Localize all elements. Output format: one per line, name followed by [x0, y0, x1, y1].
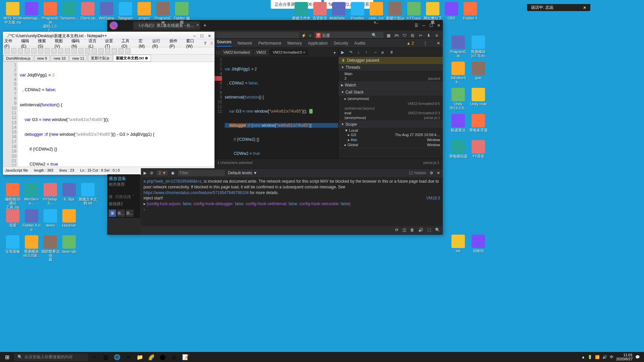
- tool-icon[interactable]: [4, 48, 10, 54]
- tool-icon[interactable]: [78, 48, 84, 54]
- menu-language[interactable]: 语言(L): [89, 38, 101, 49]
- tab-memory[interactable]: Memory: [287, 41, 302, 46]
- close-icon[interactable]: ✕: [206, 33, 212, 39]
- desktop-icon[interactable]: 简易模块v8.0.0训...: [22, 235, 41, 257]
- taskbar-app[interactable]: ∞: [123, 353, 133, 361]
- taskbar-app[interactable]: 📝: [180, 353, 191, 361]
- tool-icon[interactable]: [105, 48, 110, 54]
- task-view-icon[interactable]: ○: [89, 353, 99, 361]
- notification-icon[interactable]: 💬: [635, 355, 640, 359]
- tab-sources[interactable]: Sources: [217, 40, 231, 47]
- desktop-icon[interactable]: MITE R196中文版.zip: [3, 2, 22, 24]
- menu-run[interactable]: 运行(R): [152, 38, 165, 49]
- menu-file[interactable]: 文件(F): [4, 38, 17, 49]
- desktop-icon[interactable]: Proxifier: [348, 2, 367, 20]
- desktop-icon[interactable]: JsEditorSk...: [449, 62, 468, 84]
- tool-icon[interactable]: [98, 48, 104, 54]
- desktop-icon[interactable]: HTTrack: [405, 2, 423, 20]
- menu-view[interactable]: 视图(V): [55, 38, 67, 49]
- video-tab[interactable]: 相关推荐: [109, 182, 139, 187]
- tool-icon[interactable]: 🔊: [418, 228, 423, 232]
- tool-icon[interactable]: [92, 48, 97, 54]
- menu-window[interactable]: 窗口(W): [186, 38, 200, 49]
- star-icon[interactable]: ☆: [308, 33, 312, 38]
- desktop-icon[interactable]: Unity2019.2.8...: [449, 88, 468, 110]
- tool-icon[interactable]: [18, 48, 23, 54]
- episode-button[interactable]: 第: [109, 209, 116, 217]
- desktop-icon[interactable]: 宝塔面板: [3, 235, 22, 253]
- desktop-icon[interactable]: demo: [41, 209, 60, 227]
- step-over-icon[interactable]: ↷: [349, 50, 354, 55]
- desktop-icon[interactable]: webmagi...: [22, 2, 41, 20]
- desktop-icon[interactable]: WeGame: [97, 2, 116, 20]
- menu-settings[interactable]: 设置(T): [105, 38, 118, 49]
- menu-encoding[interactable]: 编码(N): [71, 38, 85, 49]
- tool-icon[interactable]: ⟳: [395, 228, 398, 232]
- desktop-icon[interactable]: YY语音: [469, 140, 488, 158]
- tool-icon[interactable]: [45, 48, 50, 54]
- console-toggle-icon[interactable]: ▶: [144, 171, 147, 175]
- scope-header[interactable]: ▼Scope: [338, 121, 443, 128]
- close-x[interactable]: X: [210, 41, 213, 46]
- desktop-icon[interactable]: 轨迹算法: [449, 114, 468, 132]
- desktop-icon[interactable]: OBS: [442, 2, 461, 20]
- tray-icon[interactable]: 📶: [595, 355, 600, 359]
- source-tab[interactable]: VM22:formatted:0 ×: [270, 49, 308, 55]
- source-tab[interactable]: VM22: [254, 49, 269, 55]
- taskbar-app[interactable]: ▥: [101, 353, 111, 361]
- tray-icon[interactable]: 🔊: [602, 355, 607, 359]
- desktop-icon[interactable]: 迅雷影音: [311, 2, 329, 20]
- hidden-count[interactable]: 12 hidden: [409, 171, 426, 175]
- desktop-icon[interactable]: 我的世界启动器: [41, 235, 60, 261]
- desktop-icon[interactable]: 网站整站下载: [423, 2, 442, 24]
- desktop-icon[interactable]: Client.zip: [78, 2, 97, 20]
- step-icon[interactable]: →: [373, 50, 378, 55]
- desktop-icon[interactable]: Telegram: [116, 2, 135, 20]
- tool-icon[interactable]: [11, 48, 16, 54]
- desktop-icon[interactable]: 新建文本文档.txt: [78, 183, 97, 205]
- step-out-icon[interactable]: ↑: [365, 50, 370, 55]
- tray-icon[interactable]: 中: [610, 355, 613, 360]
- taskbar-app[interactable]: 📁: [135, 353, 145, 361]
- file-tab[interactable]: new 9: [34, 55, 50, 61]
- threads-header[interactable]: ▼Threads: [338, 64, 443, 71]
- source-code[interactable]: var JdqBVgg1 = 2 , CDWw2 = false; setInt…: [223, 57, 338, 159]
- tab-security[interactable]: Security: [334, 41, 348, 46]
- desktop-icon[interactable]: 新建计划.js: [386, 2, 405, 20]
- ext-icon[interactable]: 🎮: [393, 33, 399, 39]
- clear-icon[interactable]: ⊘: [150, 171, 153, 175]
- desktop-icon[interactable]: 简易模块[v7.3].ec: [469, 36, 488, 58]
- pause-icon[interactable]: ⏸: [389, 50, 394, 55]
- filter-input[interactable]: Filter: [178, 170, 225, 176]
- desktop-icon[interactable]: csdn_curv...: [367, 2, 386, 24]
- desktop-icon[interactable]: Fiddler 4.zip: [22, 209, 41, 231]
- step-into-icon[interactable]: ↓: [357, 50, 362, 55]
- close-icon[interactable]: ✕: [437, 41, 440, 46]
- clock-time[interactable]: 11:01: [616, 353, 633, 357]
- desktop-icon[interactable]: goo: [469, 62, 488, 80]
- menu-macro[interactable]: 宏(M): [139, 38, 148, 49]
- console-output[interactable]: e.php?web_id=1278295498&t=z, is invoked …: [141, 177, 443, 214]
- tool-icon[interactable]: [118, 48, 124, 54]
- start-button[interactable]: ⊞: [1, 353, 13, 361]
- desktop-icon[interactable]: Fiddler 4: [461, 2, 480, 20]
- tool-icon[interactable]: [58, 48, 63, 54]
- star-icon[interactable]: ⚡: [301, 33, 306, 38]
- tab-network[interactable]: Network: [237, 41, 252, 46]
- tool-icon[interactable]: 🔍: [435, 228, 440, 232]
- desktop-icon[interactable]: 新建文件夹: [292, 2, 311, 20]
- context-select[interactable]: 2 ▼: [157, 170, 168, 176]
- desktop-icon[interactable]: Hacknet: [60, 209, 78, 227]
- file-tab[interactable]: new 10: [51, 55, 68, 61]
- video-tab[interactable]: 播放选集: [109, 176, 139, 182]
- search-icon[interactable]: 🔍: [372, 33, 377, 39]
- ext-icon[interactable]: 🛡: [401, 33, 408, 39]
- source-tab[interactable]: VM22:formatted: [221, 49, 252, 55]
- file-tab[interactable]: DomWindow.js: [3, 55, 34, 61]
- desktop-icon[interactable]: MiniServe...: [22, 183, 41, 205]
- resume-icon[interactable]: ▶: [341, 50, 346, 55]
- tool-icon[interactable]: [125, 48, 130, 54]
- desktop-icon[interactable]: Tamperm...: [60, 2, 78, 20]
- eye-icon[interactable]: ◉: [171, 171, 174, 175]
- menu-plugins[interactable]: 插件(P): [169, 38, 182, 49]
